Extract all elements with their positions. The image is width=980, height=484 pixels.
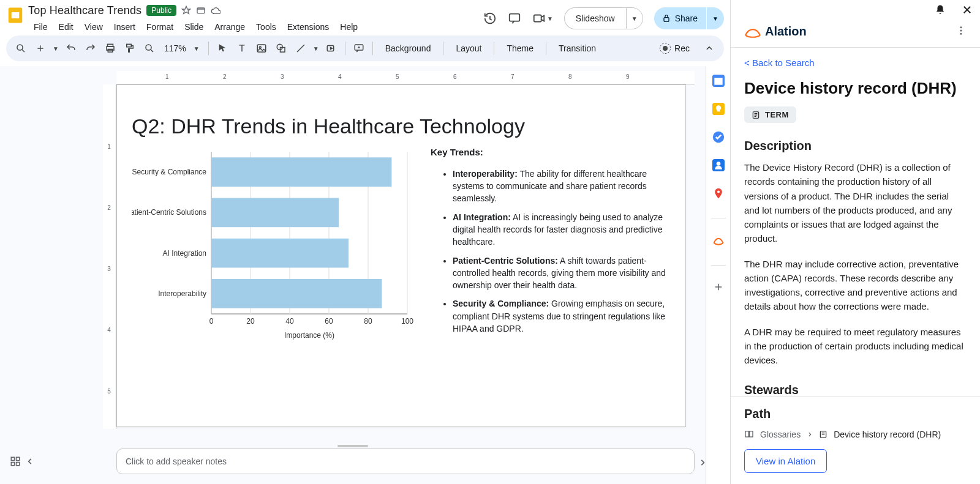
zoom-tool-icon[interactable]	[141, 40, 158, 57]
menu-help[interactable]: Help	[334, 18, 363, 35]
term-type-chip: TERM	[744, 106, 796, 123]
back-to-search-link[interactable]: < Back to Search	[744, 58, 967, 68]
search-menus-icon[interactable]	[12, 40, 29, 57]
new-slide-button[interactable]	[32, 40, 49, 57]
svg-rect-2	[197, 8, 205, 13]
trend-item[interactable]: Security & Compliance: Growing emphasis …	[453, 297, 671, 335]
star-icon[interactable]	[181, 6, 191, 15]
insert-comment-icon[interactable]	[350, 40, 368, 57]
menu-file[interactable]: File	[28, 18, 53, 35]
trend-item[interactable]: Interoperability: The ability for differ…	[453, 168, 671, 205]
menu-view[interactable]: View	[79, 18, 108, 35]
svg-rect-42	[17, 457, 20, 460]
close-panel-icon[interactable]	[962, 4, 973, 18]
svg-rect-37	[211, 239, 349, 268]
svg-rect-44	[17, 463, 20, 466]
rec-button[interactable]: Rec	[660, 43, 690, 54]
image-icon[interactable]	[253, 40, 270, 57]
select-tool-icon[interactable]	[214, 40, 231, 57]
svg-point-50	[716, 162, 720, 166]
slideshow-button[interactable]: Slideshow	[564, 7, 626, 29]
add-addon-icon[interactable]	[713, 281, 724, 295]
grid-view-icon[interactable]	[10, 456, 21, 469]
stewards-heading: Stewards	[744, 383, 967, 397]
slide-title[interactable]: Q2: DHR Trends in Healthcare Technology	[117, 85, 685, 146]
line-dropdown[interactable]: ▼	[312, 40, 320, 57]
speaker-notes[interactable]: Click to add speaker notes	[116, 449, 695, 474]
new-slide-dropdown[interactable]: ▼	[51, 40, 60, 57]
svg-text:100: 100	[401, 317, 413, 326]
svg-point-6	[17, 45, 23, 50]
print-icon[interactable]	[102, 40, 119, 57]
svg-rect-46	[714, 78, 722, 85]
menu-insert[interactable]: Insert	[108, 18, 141, 35]
maps-app-icon[interactable]	[712, 187, 725, 202]
term-title: Device history record (DHR)	[744, 79, 967, 98]
panel-menu-icon[interactable]	[956, 25, 967, 39]
menu-edit[interactable]: Edit	[53, 18, 79, 35]
meet-button[interactable]: ▼	[532, 12, 553, 25]
svg-point-53	[960, 29, 962, 31]
notes-resize-handle[interactable]	[337, 445, 368, 447]
share-button[interactable]: Share	[654, 7, 706, 29]
theme-button[interactable]: Theme	[499, 43, 541, 53]
menu-slide[interactable]: Slide	[179, 18, 209, 35]
keep-app-icon[interactable]	[712, 103, 725, 117]
menu-format[interactable]: Format	[141, 18, 179, 35]
slideshow-dropdown[interactable]: ▼	[626, 7, 643, 29]
ruler-horizontal: 123456789	[116, 71, 695, 84]
slides-logo-icon	[6, 6, 24, 24]
history-icon[interactable]	[483, 12, 497, 25]
redo-icon[interactable]	[82, 40, 99, 57]
text-box-icon[interactable]	[233, 40, 251, 57]
svg-point-54	[960, 32, 962, 34]
paint-format-icon[interactable]	[121, 40, 138, 57]
background-button[interactable]: Background	[378, 43, 439, 53]
prev-slide-icon[interactable]	[26, 457, 34, 468]
key-trends-heading[interactable]: Key Trends:	[431, 146, 671, 159]
comment-icon[interactable]	[508, 12, 521, 25]
svg-rect-5	[664, 18, 669, 22]
tasks-app-icon[interactable]	[712, 131, 725, 146]
trend-item[interactable]: AI Integration: AI is increasingly being…	[453, 211, 671, 248]
path-root[interactable]: Glossaries	[760, 430, 801, 439]
svg-rect-41	[11, 457, 14, 460]
collapse-toolbar-icon[interactable]	[701, 40, 718, 57]
path-heading: Path	[744, 407, 967, 421]
description-heading: Description	[744, 139, 967, 153]
share-dropdown[interactable]: ▼	[707, 7, 724, 29]
layout-button[interactable]: Layout	[448, 43, 489, 53]
notifications-icon[interactable]	[935, 4, 946, 18]
toolbar: ▼ 117%▼ ▼ Background Layout Theme Tran	[6, 35, 724, 61]
insert-video-icon[interactable]	[323, 40, 340, 57]
doc-title[interactable]: Top Healthcare Trends	[28, 4, 141, 17]
line-icon[interactable]	[292, 40, 309, 57]
move-icon[interactable]	[196, 6, 206, 15]
svg-point-11	[146, 45, 151, 50]
svg-rect-57	[750, 431, 753, 437]
alation-app-icon[interactable]	[712, 234, 725, 249]
svg-text:60: 60	[325, 317, 333, 326]
cloud-status-icon[interactable]	[211, 6, 221, 15]
view-in-alation-button[interactable]: View in Alation	[744, 449, 827, 473]
path-leaf[interactable]: Device history record (DHR)	[834, 430, 941, 439]
svg-rect-4	[534, 15, 541, 22]
menu-extensions[interactable]: Extensions	[282, 18, 334, 35]
description-paragraph: The Device History Record (DHR) is a col…	[744, 160, 967, 246]
next-slide-icon[interactable]	[698, 458, 707, 469]
transition-button[interactable]: Transition	[551, 43, 603, 53]
svg-rect-35	[211, 198, 339, 228]
zoom-select[interactable]: 117%▼	[160, 43, 203, 53]
visibility-badge: Public	[146, 5, 176, 16]
trend-item[interactable]: Patient-Centric Solutions: A shift towar…	[453, 255, 671, 292]
undo-icon[interactable]	[62, 40, 80, 57]
slide-chart[interactable]: 020406080100Importance (%)Security & Com…	[132, 146, 413, 344]
slide-canvas[interactable]: Q2: DHR Trends in Healthcare Technology …	[116, 84, 686, 427]
svg-point-51	[717, 190, 719, 193]
menu-tools[interactable]: Tools	[251, 18, 282, 35]
calendar-app-icon[interactable]	[712, 75, 725, 89]
menu-arrange[interactable]: Arrange	[209, 18, 251, 35]
shape-icon[interactable]	[273, 40, 290, 57]
contacts-app-icon[interactable]	[712, 159, 725, 174]
svg-text:Interoperability: Interoperability	[158, 289, 206, 298]
